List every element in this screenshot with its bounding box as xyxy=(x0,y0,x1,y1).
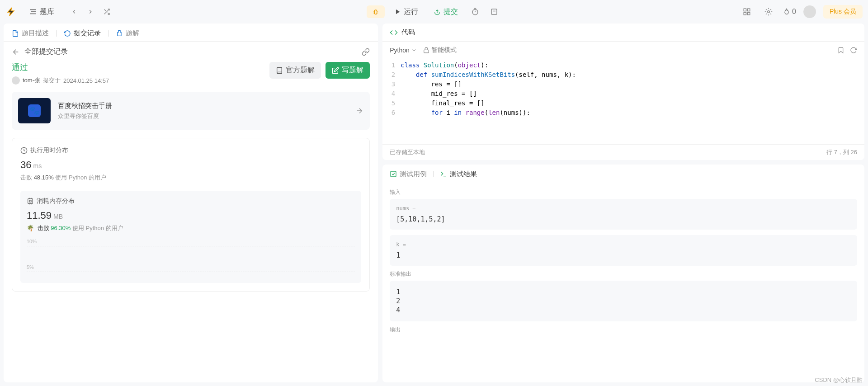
top-bar: 题库 运行 提交 xyxy=(0,0,868,24)
code-line: 4 mid_res = [] xyxy=(382,89,864,99)
code-line: 3 res = [] xyxy=(382,80,864,89)
tab-description[interactable]: 题目描述 xyxy=(12,29,49,38)
language-label: Python xyxy=(390,47,410,54)
mem-lang: 使用 Python 的用户 xyxy=(72,225,123,231)
mem-beat-value: 96.30% xyxy=(51,225,71,231)
tab-desc-label: 题目描述 xyxy=(22,29,49,38)
save-status: 已存储至本地 xyxy=(390,148,425,156)
promo-card[interactable]: 🐾 百度秋招突击手册 众里寻你签百度 xyxy=(12,92,370,130)
submit-prefix: 提交于 xyxy=(43,76,61,85)
status-text: 通过 xyxy=(12,62,109,73)
watermark: CSDN @心软且酷 xyxy=(815,376,863,384)
avatar[interactable] xyxy=(803,5,816,18)
svg-rect-19 xyxy=(747,9,750,11)
code-line: 6 for i in range(len(nums)): xyxy=(382,108,864,118)
submit-label: 提交 xyxy=(443,7,458,17)
input-nums-box: nums = [5,10,1,5,2] xyxy=(390,199,857,230)
exec-time-value: 36 xyxy=(20,159,31,170)
settings-icon[interactable] xyxy=(761,5,776,19)
exec-lang: 使用 Python 的用户 xyxy=(55,174,106,181)
svg-rect-32 xyxy=(424,50,429,52)
code-editor[interactable]: 1class Solution(object):2 def sumIndices… xyxy=(382,59,864,144)
code-line: 5 final_res = [] xyxy=(382,99,864,108)
mem-title: 消耗内存分布 xyxy=(37,197,75,205)
exec-time-unit: ms xyxy=(33,162,42,169)
run-label: 运行 xyxy=(404,7,418,17)
shuffle-button[interactable] xyxy=(100,5,113,18)
promo-image: 🐾 xyxy=(18,98,51,123)
promo-subtitle: 众里寻你签百度 xyxy=(58,112,112,120)
code-line: 2 def sumIndicesWithKSetBits(self, nums,… xyxy=(382,70,864,80)
exec-time-title: 执行用时分布 xyxy=(30,146,68,155)
bookmark-icon[interactable] xyxy=(837,47,844,54)
notes-button[interactable] xyxy=(487,5,501,19)
stdout-line: 1 xyxy=(396,288,851,296)
input-k-box: k = 1 xyxy=(390,235,857,266)
official-solution-button[interactable]: 官方题解 xyxy=(269,62,321,79)
fire-count-value: 0 xyxy=(792,8,796,16)
prev-problem-button[interactable] xyxy=(68,5,80,18)
problem-lib-label: 题库 xyxy=(40,7,54,17)
k-value: 1 xyxy=(396,251,851,259)
k-param: k = xyxy=(396,241,851,248)
code-line: 1class Solution(object): xyxy=(382,61,864,70)
svg-line-5 xyxy=(104,9,106,11)
tab-submissions-label: 提交记录 xyxy=(74,29,101,38)
output-label: 输出 xyxy=(390,326,857,334)
stdout-line: 2 xyxy=(396,297,851,305)
stdout-box: 124 xyxy=(390,281,857,321)
chart-label-5: 5% xyxy=(27,264,355,270)
chart-label-10: 10% xyxy=(27,239,355,244)
debug-button[interactable] xyxy=(367,5,385,18)
mem-value: 11.59 xyxy=(27,210,52,221)
write-solution-button[interactable]: 写题解 xyxy=(326,62,370,79)
test-result-label: 测试结果 xyxy=(450,170,477,179)
exec-beat-value: 48.15% xyxy=(34,174,54,181)
svg-marker-11 xyxy=(396,9,400,14)
dashboard-icon[interactable] xyxy=(740,5,754,19)
tab-solutions[interactable]: 题解 xyxy=(116,29,139,38)
stdout-label: 标准输出 xyxy=(390,270,857,278)
test-panel: 测试用例 测试结果 输入 nums = [5,10,1,5,2] k = 1 xyxy=(382,165,864,382)
mode-label: 智能模式 xyxy=(431,46,457,54)
cursor-position: 行 7，列 26 xyxy=(826,148,857,156)
back-arrow[interactable] xyxy=(12,48,20,56)
author-name: tom-张 xyxy=(23,76,40,85)
language-select[interactable]: Python xyxy=(390,47,417,54)
reset-icon[interactable] xyxy=(850,47,857,54)
svg-rect-18 xyxy=(744,9,746,11)
palm-icon: 🌴 xyxy=(27,225,34,231)
svg-rect-33 xyxy=(391,171,396,177)
left-panel: 题目描述 提交记录 题解 全部提交记录 xyxy=(4,24,378,382)
submit-time: 2024.01.25 14:57 xyxy=(63,77,109,84)
problem-lib-button[interactable]: 题库 xyxy=(24,5,59,19)
submit-button[interactable]: 提交 xyxy=(428,5,463,19)
logo[interactable] xyxy=(5,6,16,17)
subheader-title: 全部提交记录 xyxy=(24,47,68,56)
svg-rect-20 xyxy=(744,13,746,15)
link-icon[interactable] xyxy=(362,48,370,56)
nums-value: [5,10,1,5,2] xyxy=(396,215,851,223)
write-solution-label: 写题解 xyxy=(342,66,363,75)
next-problem-button[interactable] xyxy=(84,5,97,18)
code-panel: 代码 Python 智能模式 xyxy=(382,24,864,160)
svg-rect-27 xyxy=(29,200,31,202)
stdout-line: 4 xyxy=(396,306,851,314)
nums-param: nums = xyxy=(396,205,851,212)
code-title: 代码 xyxy=(401,28,415,37)
test-cases-tab[interactable]: 测试用例 xyxy=(390,170,427,179)
test-cases-label: 测试用例 xyxy=(400,170,427,179)
svg-rect-6 xyxy=(374,10,377,14)
run-button[interactable]: 运行 xyxy=(389,5,424,19)
tab-submissions[interactable]: 提交记录 xyxy=(64,29,101,38)
tab-solutions-label: 题解 xyxy=(126,29,139,38)
svg-rect-16 xyxy=(491,9,497,14)
svg-rect-21 xyxy=(747,13,750,15)
mem-beat-label: 击败 xyxy=(38,225,49,231)
promo-title: 百度秋招突击手册 xyxy=(58,102,112,110)
plus-badge[interactable]: Plus 会员 xyxy=(823,5,863,19)
svg-rect-26 xyxy=(28,199,33,204)
timer-button[interactable] xyxy=(468,5,482,19)
fire-count[interactable]: 0 xyxy=(783,8,796,16)
test-result-tab[interactable]: 测试结果 xyxy=(440,170,477,179)
